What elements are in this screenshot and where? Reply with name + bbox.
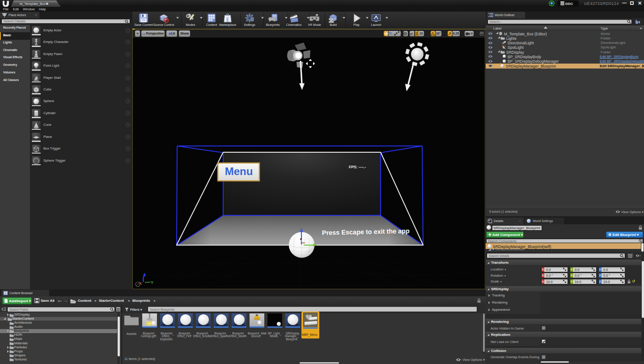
- svg-text:X: X: [139, 281, 142, 286]
- svg-text:Menu: Menu: [225, 165, 253, 177]
- svg-text:Y: Y: [151, 280, 153, 285]
- svg-text:FPS: ----.-: FPS: ----.-: [349, 165, 366, 169]
